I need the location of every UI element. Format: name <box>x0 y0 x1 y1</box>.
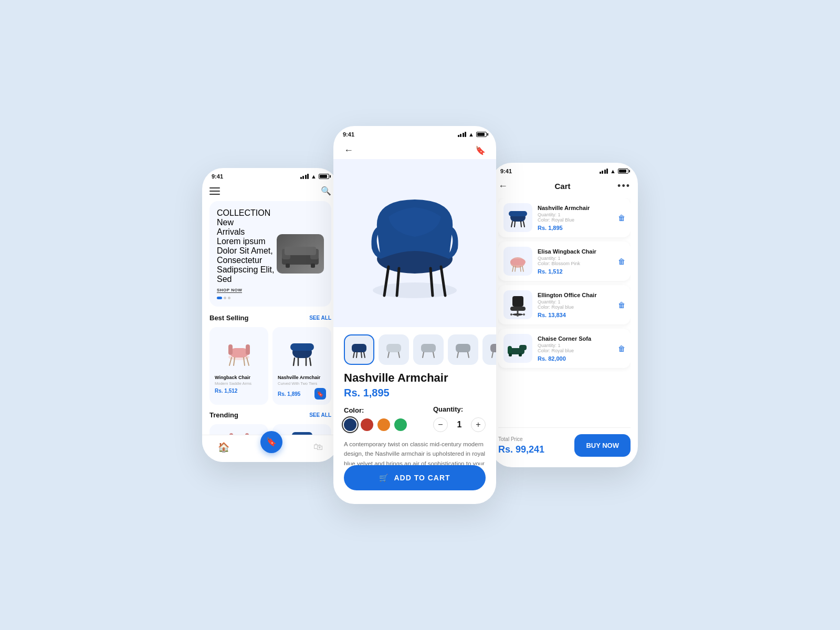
total-info: Total Price Rs. 99,241 <box>498 436 544 455</box>
svg-rect-7 <box>230 348 248 358</box>
nav-bag[interactable]: 🛍 <box>313 442 323 453</box>
left-content: 🔍 COLLECTION New Arrivals Lorem ipsum Do… <box>202 183 339 457</box>
cart-item-nashville-delete[interactable]: 🗑 <box>618 214 625 222</box>
nashville-cart-button[interactable]: 🔖 <box>314 388 326 400</box>
cart-item-elisa-price: Rs. 1,512 <box>538 268 613 275</box>
cart-item-chaise: Chaise Corner Sofa Quantity: 1 Color: Ro… <box>498 329 631 368</box>
svg-line-19 <box>310 358 311 365</box>
svg-rect-71 <box>509 353 512 356</box>
nashville-footer: Rs. 1,895 🔖 <box>278 388 326 400</box>
more-options-button[interactable]: ••• <box>617 181 631 192</box>
svg-line-60 <box>522 266 523 271</box>
svg-rect-40 <box>421 344 436 352</box>
variant-navy[interactable] <box>344 334 374 365</box>
right-header: ← Cart ••• <box>498 177 631 198</box>
phone-left: 9:41 ▲ 🔍 COLLECTION New <box>202 168 339 462</box>
wingback-subtitle: Modern Saddle Arms <box>215 381 263 386</box>
best-selling-see-all[interactable]: SEE ALL <box>309 315 331 321</box>
product-details: Nashville Armchair Rs. 1,895 Color: Qua <box>333 369 496 465</box>
svg-rect-72 <box>519 353 522 356</box>
product-card-wingback[interactable]: Wingback Chair Modern Saddle Arms Rs. 1,… <box>209 327 268 405</box>
product-description: A contemporary twist on classic mid-cent… <box>344 439 486 465</box>
cart-item-ellington-name: Ellington Office Chair <box>538 292 613 298</box>
options-row: Color: Quantity: − 1 + <box>344 405 486 432</box>
cart-item-chaise-image <box>503 334 532 363</box>
cart-item-nashville-info: Nashville Armchair Quantity: 1 Color: Ro… <box>538 205 613 231</box>
variant-light4[interactable] <box>482 334 496 365</box>
svg-line-33 <box>353 352 354 358</box>
status-icons-center: ▲ <box>458 131 487 138</box>
total-price: Rs. 99,241 <box>498 444 544 455</box>
signal-icon-center <box>458 132 467 137</box>
back-button[interactable]: ← <box>344 145 353 156</box>
svg-line-57 <box>512 266 513 271</box>
signal-icon-right <box>600 169 608 174</box>
qty-plus-button[interactable]: + <box>471 417 486 432</box>
svg-line-54 <box>523 222 524 227</box>
nav-bookmark-fab[interactable]: 🔖 <box>260 431 282 453</box>
cart-item-elisa-color: Color: Blossom Pink <box>538 261 613 266</box>
svg-line-38 <box>388 352 389 358</box>
cart-item-ellington-image <box>503 290 532 319</box>
svg-line-44 <box>457 352 458 358</box>
svg-line-52 <box>514 222 515 227</box>
trending-see-all[interactable]: SEE ALL <box>309 412 331 418</box>
banner-title-blue: New <box>217 218 277 227</box>
trending-header: Trending SEE ALL <box>209 411 331 419</box>
shop-now-link[interactable]: SHOP NOW <box>217 288 242 293</box>
svg-rect-4 <box>286 264 290 268</box>
svg-line-53 <box>521 222 521 227</box>
cart-back-button[interactable]: ← <box>498 181 508 192</box>
cart-item-chaise-info: Chaise Corner Sofa Quantity: 1 Color: Ro… <box>538 335 613 362</box>
cart-item-chaise-delete[interactable]: 🗑 <box>618 344 625 353</box>
nav-home[interactable]: 🏠 <box>218 442 229 453</box>
color-label: Color: <box>344 406 407 414</box>
svg-rect-9 <box>246 344 250 355</box>
swatch-orange[interactable] <box>377 418 390 431</box>
svg-line-58 <box>515 266 516 271</box>
status-icons-right: ▲ <box>600 168 628 174</box>
variant-light3[interactable] <box>448 334 478 365</box>
svg-point-65 <box>510 313 512 316</box>
search-button[interactable]: 🔍 <box>321 186 331 196</box>
wifi-icon: ▲ <box>311 173 317 180</box>
svg-rect-56 <box>510 259 526 265</box>
cart-icon: 🛒 <box>379 474 388 482</box>
trending-title: Trending <box>209 411 238 419</box>
battery-icon <box>319 174 329 179</box>
banner-subtitle: Lorem ipsum Dolor Sit Amet, Consectetur … <box>217 237 277 284</box>
cart-item-nashville-color: Color: Royal Blue <box>538 217 613 223</box>
cart-item-nashville: Nashville Armchair Quantity: 1 Color: Ro… <box>498 198 631 237</box>
qty-minus-button[interactable]: − <box>433 417 448 432</box>
product-card-nashville[interactable]: Nashville Armchair Curved With Two Tiers… <box>272 327 331 405</box>
variant-light1[interactable] <box>379 334 409 365</box>
cart-item-elisa-delete[interactable]: 🗑 <box>618 257 625 266</box>
menu-button[interactable] <box>209 187 220 195</box>
add-to-cart-label: ADD TO CART <box>394 474 450 482</box>
add-to-cart-button[interactable]: 🛒 ADD TO CART <box>344 465 486 490</box>
svg-rect-3 <box>285 247 316 255</box>
best-selling-grid: Wingback Chair Modern Saddle Arms Rs. 1,… <box>209 327 331 405</box>
qty-value: 1 <box>454 420 465 429</box>
swatch-green[interactable] <box>394 418 407 431</box>
swatch-navy[interactable] <box>344 418 356 431</box>
wingback-price: Rs. 1,512 <box>215 388 237 394</box>
wifi-icon-right: ▲ <box>610 168 616 174</box>
cart-item-chaise-color: Color: Royal blue <box>538 348 613 353</box>
product-price-main: Rs. 1,895 <box>344 387 486 399</box>
color-option-group: Color: <box>344 406 407 431</box>
cart-item-ellington-price: Rs. 13,834 <box>538 312 613 318</box>
svg-rect-37 <box>386 344 401 352</box>
swatch-red[interactable] <box>361 418 373 431</box>
banner-card: COLLECTION New Arrivals Lorem ipsum Dolo… <box>209 201 331 307</box>
variant-light2[interactable] <box>413 334 444 365</box>
svg-line-47 <box>492 352 493 358</box>
bookmark-button[interactable]: 🔖 <box>475 145 486 155</box>
buy-now-button[interactable]: BUY NOW <box>574 434 631 457</box>
total-label: Total Price <box>498 436 544 442</box>
cart-item-ellington-delete[interactable]: 🗑 <box>618 301 625 309</box>
color-swatches <box>344 418 407 431</box>
quantity-control: − 1 + <box>433 417 486 432</box>
svg-line-59 <box>520 266 521 271</box>
status-bar-center: 9:41 ▲ <box>333 126 496 141</box>
